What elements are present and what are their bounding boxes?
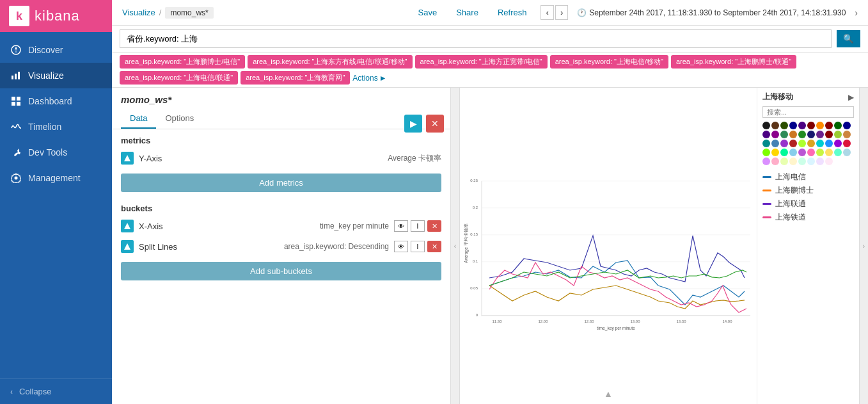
- legend-dot[interactable]: [780, 140, 788, 147]
- filter-chip-4[interactable]: area_isp.keyword: "上海鹏博士/联通": [671, 55, 796, 69]
- legend-dot[interactable]: [780, 158, 788, 165]
- legend-dot[interactable]: [843, 131, 851, 138]
- actions-link[interactable]: Actions ►: [352, 74, 386, 83]
- x-axis-edit-button[interactable]: I: [411, 220, 425, 232]
- sidebar-item-management[interactable]: Management: [0, 165, 112, 191]
- legend-dot[interactable]: [816, 149, 824, 156]
- svg-rect-8: [12, 102, 15, 106]
- legend-dot[interactable]: [798, 131, 806, 138]
- legend-dot[interactable]: [807, 131, 815, 138]
- legend-search-input[interactable]: [762, 106, 854, 118]
- legend-dot[interactable]: [789, 158, 797, 165]
- main-area: Visualize / momo_ws* Save Share Refresh …: [112, 0, 868, 404]
- legend-dot[interactable]: [807, 122, 815, 129]
- legend-dot[interactable]: [816, 158, 824, 165]
- time-range-expand-button[interactable]: ›: [855, 8, 858, 18]
- legend-dot[interactable]: [825, 158, 833, 165]
- add-metrics-button[interactable]: Add metrics: [121, 174, 441, 192]
- breadcrumb-visualize-link[interactable]: Visualize: [122, 8, 155, 17]
- legend-dot[interactable]: [771, 131, 779, 138]
- legend-dot[interactable]: [825, 131, 833, 138]
- legend-item-2[interactable]: 上海联通: [762, 198, 854, 209]
- chart-bottom-arrow[interactable]: ▲: [462, 386, 754, 401]
- legend-dot[interactable]: [825, 122, 833, 129]
- legend-dot[interactable]: [834, 149, 842, 156]
- legend-dot[interactable]: [762, 140, 770, 147]
- legend-dot[interactable]: [789, 149, 797, 156]
- tab-data[interactable]: Data: [121, 109, 156, 129]
- legend-dot[interactable]: [771, 149, 779, 156]
- filter-chip-3[interactable]: area_isp.keyword: "上海电信/移动": [550, 55, 668, 69]
- x-axis-delete-button[interactable]: ✕: [427, 220, 441, 232]
- time-next-button[interactable]: ›: [555, 5, 568, 20]
- legend-dot[interactable]: [834, 140, 842, 147]
- legend-dot[interactable]: [762, 131, 770, 138]
- legend-item-3[interactable]: 上海铁道: [762, 212, 854, 223]
- split-lines-icon: [121, 240, 134, 253]
- legend-dot[interactable]: [798, 122, 806, 129]
- sidebar-item-visualize[interactable]: Visualize: [0, 63, 112, 88]
- sidebar-item-timelion[interactable]: Timelion: [0, 114, 112, 140]
- legend-dot[interactable]: [798, 140, 806, 147]
- legend-dot[interactable]: [834, 122, 842, 129]
- share-button[interactable]: Share: [451, 5, 484, 20]
- legend-dot[interactable]: [834, 131, 842, 138]
- legend-dot[interactable]: [762, 158, 770, 165]
- filter-chip-0[interactable]: area_isp.keyword: "上海鹏博士/电信": [120, 55, 245, 69]
- filter-chip-5[interactable]: area_isp.keyword: "上海电信/联通": [120, 71, 238, 85]
- search-input[interactable]: [120, 29, 832, 48]
- compass-icon: [10, 44, 22, 56]
- legend-collapse-button[interactable]: ▶: [848, 93, 854, 102]
- legend-dot[interactable]: [807, 149, 815, 156]
- sidebar-item-devtools[interactable]: Dev Tools: [0, 140, 112, 165]
- legend-item-0[interactable]: 上海电信: [762, 172, 854, 182]
- legend-dot[interactable]: [843, 140, 851, 147]
- close-panel-button[interactable]: ✕: [426, 115, 444, 133]
- split-lines-delete-button[interactable]: ✕: [427, 241, 441, 252]
- filter-chip-2[interactable]: area_isp.keyword: "上海方正宽带/电信": [415, 55, 548, 69]
- split-lines-eye-button[interactable]: 👁: [394, 241, 408, 252]
- time-prev-button[interactable]: ‹: [541, 5, 553, 20]
- legend-dot[interactable]: [789, 131, 797, 138]
- legend-item-1[interactable]: 上海鹏博士: [762, 185, 854, 196]
- legend-dot[interactable]: [843, 149, 851, 156]
- add-sub-buckets-button[interactable]: Add sub-buckets: [121, 262, 441, 280]
- legend-dot[interactable]: [771, 122, 779, 129]
- collapse-left-button[interactable]: ‹: [451, 88, 460, 404]
- legend-dot[interactable]: [807, 140, 815, 147]
- legend-dot[interactable]: [771, 140, 779, 147]
- sidebar-item-dashboard[interactable]: Dashboard: [0, 88, 112, 114]
- legend-dot[interactable]: [771, 158, 779, 165]
- play-button[interactable]: ▶: [404, 115, 422, 133]
- legend-dot[interactable]: [789, 122, 797, 129]
- sidebar-item-discover[interactable]: Discover: [0, 37, 112, 63]
- legend-dot[interactable]: [825, 149, 833, 156]
- search-button[interactable]: 🔍: [837, 30, 860, 47]
- legend-dot[interactable]: [762, 122, 770, 129]
- save-button[interactable]: Save: [413, 5, 443, 20]
- filter-chip-6[interactable]: area_isp.keyword: "上海教育网": [241, 71, 350, 85]
- legend-dot[interactable]: [825, 140, 833, 147]
- legend-dot[interactable]: [780, 122, 788, 129]
- legend-dot[interactable]: [816, 122, 824, 129]
- x-axis-eye-button[interactable]: 👁: [394, 220, 408, 232]
- tab-options[interactable]: Options: [156, 109, 203, 129]
- split-lines-edit-button[interactable]: I: [411, 241, 425, 252]
- collapse-button[interactable]: ‹ Collapse: [0, 378, 112, 404]
- legend-dot[interactable]: [798, 149, 806, 156]
- collapse-right-button[interactable]: ›: [859, 88, 868, 404]
- legend-dot[interactable]: [789, 140, 797, 147]
- legend-dot[interactable]: [780, 149, 788, 156]
- sidebar-dashboard-label: Dashboard: [28, 96, 72, 106]
- legend-dot[interactable]: [816, 140, 824, 147]
- legend-dot[interactable]: [762, 149, 770, 156]
- refresh-button[interactable]: Refresh: [493, 5, 532, 20]
- legend-dot[interactable]: [807, 158, 815, 165]
- filter-chip-1[interactable]: area_isp.keyword: "上海东方有线/电信/联通/移动": [248, 55, 412, 69]
- legend-dot[interactable]: [798, 158, 806, 165]
- time-range[interactable]: 🕐 September 24th 2017, 11:18:31.930 to S…: [577, 8, 846, 17]
- legend-dot[interactable]: [816, 131, 824, 138]
- legend-dot[interactable]: [780, 131, 788, 138]
- svg-text:0.05: 0.05: [470, 286, 478, 290]
- legend-dot[interactable]: [843, 122, 851, 129]
